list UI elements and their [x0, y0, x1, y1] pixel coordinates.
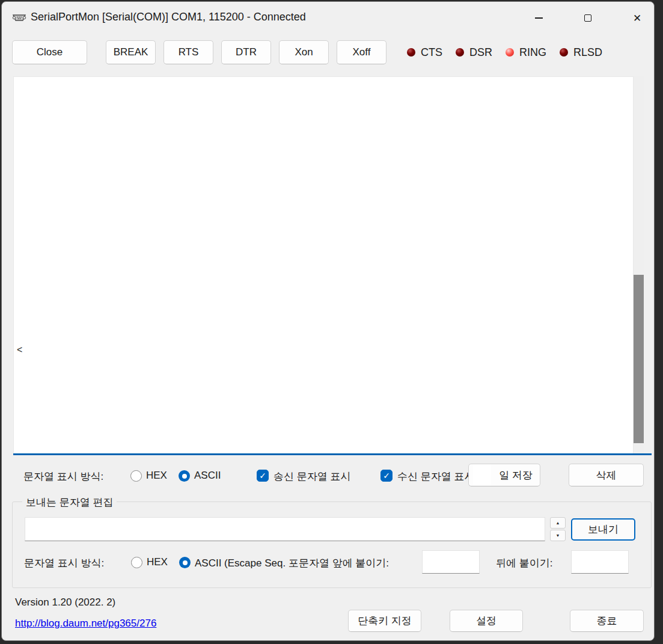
led-indicator: RLSD — [560, 46, 602, 59]
terminal-focus-underline — [13, 453, 652, 455]
led-dot-icon — [560, 48, 568, 57]
led-label: CTS — [421, 46, 442, 59]
led-dot-icon — [456, 48, 464, 57]
close-port-button[interactable]: Close — [12, 40, 87, 64]
send-string-group: 보내는 문자열 편집 ▲ ▼ 보내기 문자열 표시 방식: HEX ASCII … — [12, 501, 652, 588]
radio-hex-display-label[interactable]: HEX — [146, 470, 167, 482]
scrollbar-thumb[interactable] — [634, 275, 644, 443]
radio-hex-display[interactable] — [130, 470, 142, 482]
signal-button-group: BREAK RTS DTR Xon Xoff — [106, 40, 386, 64]
minimize-button[interactable] — [521, 2, 556, 34]
led-label: RLSD — [573, 46, 602, 59]
signal-button[interactable]: RTS — [163, 40, 213, 64]
suffix-input[interactable] — [571, 550, 629, 574]
led-indicator: DSR — [456, 46, 492, 59]
down-arrow-icon: ▼ — [556, 533, 560, 538]
signal-button[interactable]: Xon — [279, 40, 329, 64]
up-arrow-icon: ▲ — [556, 521, 560, 525]
exit-button[interactable]: 종료 — [570, 610, 644, 632]
terminal-line — [17, 440, 629, 452]
led-indicator: RING — [506, 46, 546, 59]
spinner-down-button[interactable]: ▼ — [550, 530, 566, 541]
settings-button[interactable]: 설정 — [450, 610, 523, 632]
checkbox-show-tx-label[interactable]: 송신 문자열 표시 — [273, 470, 350, 483]
terminal-line — [17, 152, 629, 164]
led-panel: CTS DSR RING RLSD — [407, 40, 602, 64]
app-icon — [11, 10, 27, 25]
terminal-output[interactable]: < 0:TTL 1:RS232 2:Ethernet TCP 3:WIFI TC… — [13, 76, 634, 455]
terminal-line — [17, 392, 629, 404]
checkbox-show-rx-label[interactable]: 수신 문자열 표시 — [397, 470, 474, 483]
display-format-label: 문자열 표시 방식: — [23, 470, 103, 483]
file-save-button[interactable]: 일 저장 — [468, 464, 540, 486]
maximize-button[interactable] — [570, 2, 605, 34]
radio-hex-send-label[interactable]: HEX — [147, 556, 168, 568]
terminal-scrollbar[interactable] — [634, 76, 644, 455]
close-window-button[interactable]: ✕ — [620, 2, 655, 34]
led-label: RING — [519, 46, 546, 59]
signal-button[interactable]: Xoff — [337, 40, 386, 64]
window-title: SerialPortMon [Serial(COM)] COM1, 115200… — [31, 11, 306, 23]
radio-ascii-display-label[interactable]: ASCII — [194, 470, 221, 482]
led-label: DSR — [469, 46, 492, 59]
overlay-input-patch — [473, 465, 491, 485]
send-string-group-title: 보내는 문자열 편집 — [22, 495, 117, 509]
radio-ascii-send[interactable] — [179, 557, 191, 568]
signal-button[interactable]: BREAK — [106, 40, 156, 64]
terminal-line — [17, 296, 629, 308]
send-string-input[interactable] — [25, 517, 545, 541]
app-window: SerialPortMon [Serial(COM)] COM1, 115200… — [1, 1, 655, 641]
led-dot-icon — [506, 48, 514, 57]
version-label: Version 1.20 (2022. 2) — [15, 596, 115, 609]
maximize-icon — [584, 14, 591, 22]
suffix-label: 뒤에 붙이기: — [496, 556, 552, 570]
checkbox-show-tx[interactable]: ✓ — [257, 470, 269, 482]
send-button[interactable]: 보내기 — [571, 518, 635, 541]
check-icon: ✓ — [259, 471, 266, 480]
radio-ascii-display[interactable] — [179, 470, 190, 482]
blog-link[interactable]: http://blog.daum.net/pg365/276 — [15, 618, 156, 630]
radio-ascii-send-label[interactable]: ASCII (Escape Seq. 포문자열 앞에 붙이기: — [195, 556, 389, 570]
file-save-label: 일 저장 — [499, 470, 533, 481]
led-dot-icon — [407, 48, 415, 57]
minimize-icon — [535, 17, 543, 19]
titlebar: SerialPortMon [Serial(COM)] COM1, 115200… — [2, 2, 654, 34]
radio-hex-send[interactable] — [131, 557, 142, 568]
close-icon: ✕ — [633, 13, 641, 23]
shortcut-button[interactable]: 단축키 지정 — [348, 610, 421, 632]
terminal-line — [17, 200, 629, 212]
send-history-spinner: ▲ ▼ — [550, 517, 566, 541]
send-format-label: 문자열 표시 방식: — [24, 556, 104, 570]
led-indicator: CTS — [407, 46, 442, 59]
spinner-up-button[interactable]: ▲ — [550, 517, 566, 529]
clear-button[interactable]: 삭제 — [569, 464, 644, 486]
checkbox-show-rx[interactable]: ✓ — [380, 470, 393, 482]
terminal-lines: < 0:TTL 1:RS232 2:Ethernet TCP 3:WIFI TC… — [17, 103, 629, 455]
terminal-line — [17, 248, 629, 260]
terminal-line: < — [17, 344, 629, 356]
prefix-input[interactable] — [422, 550, 480, 574]
signal-button[interactable]: DTR — [221, 40, 271, 64]
check-icon: ✓ — [383, 471, 390, 480]
